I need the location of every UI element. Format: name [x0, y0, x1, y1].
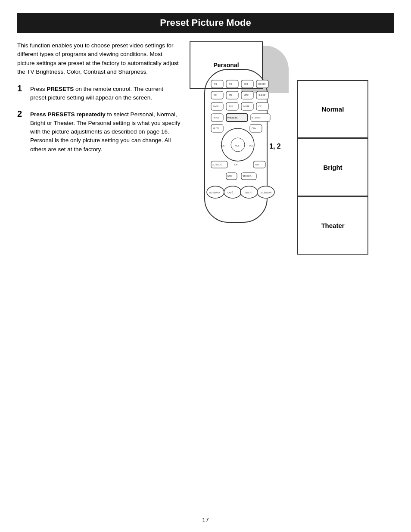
svg-text:NOTEPAD: NOTEPAD	[209, 191, 220, 194]
intro-paragraph: This function enables you to choose pres…	[17, 41, 181, 76]
svg-text:MTS/SAP: MTS/SAP	[252, 116, 262, 119]
svg-text:MUTE: MUTE	[243, 105, 250, 108]
svg-text:INPUT: INPUT	[213, 116, 219, 119]
right-column: Personal A/1 A	[190, 41, 394, 255]
svg-text:NTE: NTE	[227, 175, 232, 177]
steps-list: 1 Press PRESETS on the remote control. T…	[17, 85, 181, 154]
step-2: 2 Press PRESETS repeatedly to select Per…	[17, 110, 181, 154]
bright-label: Bright	[323, 164, 342, 171]
svg-text:GO BACK: GO BACK	[212, 163, 222, 166]
svg-text:CALENDAR: CALENDAR	[260, 191, 272, 194]
step-indicator: 1, 2	[269, 143, 281, 150]
svg-text:PAY: PAY	[255, 163, 259, 166]
svg-text:CC: CC	[258, 105, 262, 108]
title-text: Preset Picture Mode	[160, 17, 251, 28]
step-2-number: 2	[17, 109, 30, 119]
svg-text:CAFÉ: CAFÉ	[227, 191, 234, 194]
svg-text:PAGE: PAGE	[213, 105, 219, 108]
normal-mode-box: Normal	[297, 80, 368, 138]
bright-mode-box: Bright	[297, 138, 368, 196]
page-title: Preset Picture Mode	[17, 13, 394, 33]
page-number: 17	[0, 508, 411, 532]
svg-text:A/1: A/1	[214, 83, 217, 85]
svg-text:INSERT: INSERT	[245, 191, 252, 194]
step-1-text: Press PRESETS on the remote control. The…	[30, 85, 181, 103]
page: Preset Picture Mode This function enable…	[0, 13, 411, 532]
svg-text:STEREO: STEREO	[243, 175, 252, 177]
main-content: This function enables you to choose pres…	[0, 33, 411, 263]
svg-text:VOL+: VOL+	[249, 144, 255, 147]
step-1-number: 1	[17, 84, 30, 93]
svg-text:TUE: TUE	[229, 105, 234, 108]
mode-boxes-list: Normal Bright Theater	[297, 80, 368, 255]
remote-diagram-area: Personal A/1 A	[190, 41, 289, 240]
svg-text:A/2: A/2	[229, 83, 232, 85]
normal-label: Normal	[322, 106, 344, 113]
svg-text:PRESETS: PRESETS	[227, 116, 238, 119]
svg-text:JBL: JBL	[229, 94, 233, 96]
svg-text:CH-: CH-	[234, 163, 238, 166]
svg-rect-2	[226, 80, 238, 88]
svg-text:SLEEP: SLEEP	[258, 94, 266, 96]
svg-text:BRI: BRI	[214, 94, 217, 96]
svg-text:SET: SET	[244, 83, 248, 85]
step-1: 1 Press PRESETS on the remote control. T…	[17, 85, 181, 103]
svg-text:MUTE: MUTE	[213, 127, 219, 130]
left-column: This function enables you to choose pres…	[17, 41, 181, 255]
svg-text:VOL-: VOL-	[221, 144, 226, 147]
svg-text:CH-OFF: CH-OFF	[258, 83, 266, 85]
theater-mode-box: Theater	[297, 196, 368, 255]
svg-text:CH+: CH+	[252, 127, 256, 130]
svg-text:MBX: MBX	[244, 94, 249, 96]
svg-rect-1	[211, 80, 223, 88]
svg-text:MUL: MUL	[235, 144, 240, 147]
step-2-text: Press PRESETS repeatedly to select Perso…	[30, 110, 181, 154]
remote-control-image: A/1 A/2 SET CH-OFF BRI JBL MBX SLEEP	[198, 67, 278, 228]
theater-label: Theater	[321, 222, 344, 229]
